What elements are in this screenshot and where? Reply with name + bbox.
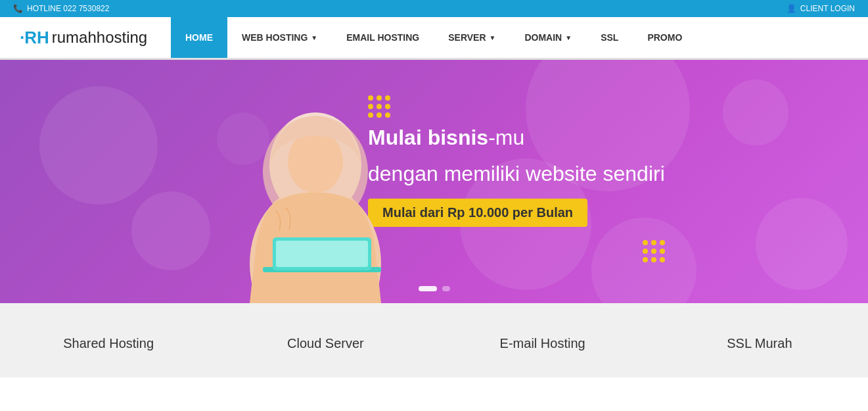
service-ssl-murah-label: SSL Murah — [727, 336, 792, 351]
service-email-hosting-label: E-mail Hosting — [500, 336, 585, 351]
nav-item-emailhosting[interactable]: EMAIL HOSTING — [332, 17, 434, 58]
chevron-down-icon-server: ▼ — [490, 34, 496, 41]
hero-website-bold: website sendiri — [526, 162, 665, 185]
service-shared-hosting-label: Shared Hosting — [63, 336, 154, 351]
hotline-text: HOTLINE 022 7530822 — [27, 4, 109, 13]
services-section: Shared Hosting Cloud Server E-mail Hosti… — [0, 303, 868, 377]
nav-emailhosting-label: EMAIL HOSTING — [346, 32, 419, 43]
logo[interactable]: ·RH rumahhosting — [0, 17, 171, 58]
nav-item-ssl[interactable]: SSL — [586, 17, 633, 58]
nav-promo-label: PROMO — [647, 32, 682, 43]
logo-rh: ·RH — [20, 28, 49, 48]
hero-person-image — [210, 73, 421, 303]
service-shared-hosting[interactable]: Shared Hosting — [0, 336, 217, 351]
nav-domain-label: DOMAIN — [524, 32, 562, 43]
service-cloud-server-label: Cloud Server — [287, 336, 364, 351]
client-login-label: CLIENT LOGIN — [800, 4, 855, 13]
hero-dots-bottom — [643, 240, 665, 262]
slider-dot-2[interactable] — [442, 286, 450, 291]
svg-rect-6 — [276, 241, 368, 267]
chevron-down-icon: ▼ — [311, 34, 317, 41]
hotline-area: 📞 HOTLINE 022 7530822 — [13, 4, 109, 13]
slider-dot-active[interactable] — [419, 286, 437, 291]
nav-home-label: HOME — [185, 32, 213, 43]
topbar: 📞 HOTLINE 022 7530822 👤 CLIENT LOGIN — [0, 0, 868, 17]
nav-item-home[interactable]: HOME — [171, 17, 227, 58]
nav-item-server[interactable]: SERVER ▼ — [434, 17, 510, 58]
nav-menu: HOME WEB HOSTING ▼ EMAIL HOSTING SERVER … — [171, 17, 697, 58]
nav-webhosting-label: WEB HOSTING — [242, 32, 308, 43]
slider-indicator — [419, 286, 450, 291]
user-icon: 👤 — [787, 4, 796, 13]
client-login-button[interactable]: 👤 CLIENT LOGIN — [787, 4, 855, 13]
main-nav: ·RH rumahhosting HOME WEB HOSTING ▼ EMAI… — [0, 17, 868, 60]
service-cloud-server[interactable]: Cloud Server — [217, 336, 434, 351]
service-ssl-murah[interactable]: SSL Murah — [651, 336, 868, 351]
nav-ssl-label: SSL — [601, 32, 618, 43]
nav-item-domain[interactable]: DOMAIN ▼ — [510, 17, 586, 58]
nav-item-promo[interactable]: PROMO — [633, 17, 697, 58]
phone-icon: 📞 — [13, 4, 23, 13]
nav-item-webhosting[interactable]: WEB HOSTING ▼ — [227, 17, 332, 58]
nav-server-label: SERVER — [448, 32, 486, 43]
hero-banner: Mulai bisnis-mu dengan memiliki website … — [0, 60, 868, 303]
svg-point-3 — [288, 130, 343, 193]
hero-title-suffix: -mu — [488, 126, 524, 149]
logo-name: rumahhosting — [52, 28, 147, 47]
chevron-down-icon-domain: ▼ — [565, 34, 572, 41]
service-email-hosting[interactable]: E-mail Hosting — [434, 336, 651, 351]
